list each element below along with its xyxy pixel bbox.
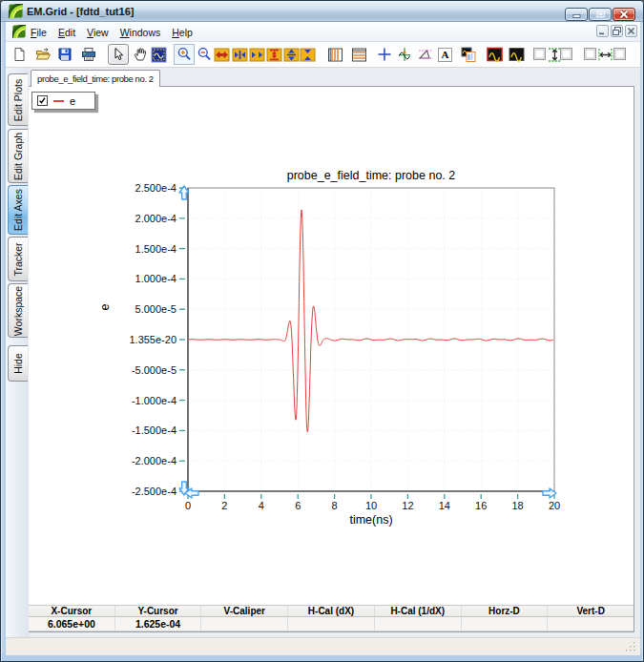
sidebar-tab-edit-graph[interactable]: Edit Graph [8,129,28,183]
cursor-table-header: Y-Cursor [115,605,202,617]
menu-view[interactable]: View [81,25,114,40]
sidebar-tab-label: Tracker [12,242,24,276]
mdi-close-icon [627,27,635,35]
sidebar-tab-edit-plots[interactable]: Edit Plots [8,73,28,126]
x-tick-label: 20 [549,500,560,511]
chart[interactable]: 2.500e-42.000e-41.500e-41.000e-45.000e-5… [29,87,634,602]
legend-line-swatch [53,100,64,102]
x-tick-label: 18 [511,500,523,511]
x-tick-label: 14 [439,500,450,511]
x-tick-label: 10 [365,500,377,511]
tracker-button[interactable] [394,44,415,65]
document-tab-bar: probe_e_field_time: probe no. 2 [29,68,640,86]
series-e-line[interactable] [188,210,553,432]
menu-bar: FileEditViewWindowsHelp [6,22,640,42]
sidebar-tab-label: Edit Axes [12,189,24,231]
vertical-grid-icon [327,47,343,63]
sidebar-tab-label: Workspace [12,285,24,335]
restore-icon [595,10,606,19]
y-tick-label: 2.000e-4 [135,213,177,224]
zoom-rect-icon [151,47,167,63]
y-tick-label: 2.500e-4 [135,182,177,194]
sidebar-tab-tracker[interactable]: Tracker [8,237,28,281]
print-icon [81,47,97,63]
sidebar-tab-edit-axes[interactable]: Edit Axes [8,185,28,235]
menu-file[interactable]: File [25,25,52,40]
cursor-readout-table: X-CursorY-CursorV-CaliperH-Cal (dX)H-Cal… [29,605,634,631]
select-pointer-button[interactable] [108,44,129,65]
zoom-out-icon [197,47,213,63]
y-tick-label: -2.500e-4 [132,486,177,497]
x-tick-label: 4 [259,500,264,511]
copy-plot-button[interactable] [458,44,479,65]
checkbox-icon [613,47,629,63]
zoom-in-button[interactable] [174,44,195,65]
app-icon [9,4,23,18]
close-button[interactable] [613,8,635,21]
sidebar-tab-label: Hide [12,353,24,374]
y-tick-label: 1.500e-4 [135,243,177,255]
status-bar [6,637,640,655]
x-tick-label: 2 [221,500,227,511]
svg-text:A: A [441,49,448,60]
open-folder-icon [35,47,52,63]
cursor-table-value [548,617,634,631]
dark-plot-red-icon [487,47,503,63]
mdi-minimize-button[interactable] [596,25,609,37]
window-title: EM.Grid - [fdtd_tut16] [27,6,134,17]
sidebar-tab-workspace[interactable]: Workspace [8,283,28,338]
minimize-icon [571,10,582,19]
close-icon [618,10,630,19]
tab-probe-e-field-time[interactable]: probe_e_field_time: probe no. 2 [31,70,160,87]
dark-plot-button[interactable] [484,44,505,65]
checkmark-icon [38,96,47,106]
pan-hand-icon [133,47,149,63]
sidebar-tab-label: Edit Graph [12,132,24,179]
mdi-restore-button[interactable] [611,25,623,37]
chart-title: probe_e_field_time: probe no. 2 [287,169,456,182]
sidebar-tab-hide[interactable]: Hide [8,345,28,382]
x-tick-label: 6 [295,500,301,511]
dark-plot-icon [509,47,525,63]
cursor-table-header: Vert-D [548,605,634,617]
dark-plot-alt-button[interactable] [506,44,527,65]
shrink-x-icon [232,47,248,63]
zoom-rect-button[interactable] [148,44,169,65]
title-bar[interactable]: EM.Grid - [fdtd_tut16] [1,1,643,22]
slope-caliper-icon [417,47,433,63]
horizontal-grid-button[interactable] [348,44,369,65]
copy-plot-icon [461,47,477,63]
legend-checkbox[interactable] [37,95,48,106]
y-tick-label: 5.000e-5 [135,303,177,315]
y-tick-label: 1.000e-4 [135,273,177,284]
crosshair-button[interactable] [374,44,395,65]
plot-pane: 2.500e-42.000e-41.500e-41.000e-45.000e-5… [29,86,634,632]
compress-y-button[interactable] [297,44,318,65]
v-caliper-right-checkbox[interactable] [556,44,577,65]
resize-grip[interactable] [626,642,637,653]
vertical-grid-button[interactable] [324,44,345,65]
new-button[interactable] [9,44,30,65]
tracker-icon [397,47,413,63]
mdi-close-button[interactable] [625,25,637,37]
legend: e [31,92,95,110]
y-tick-label: 1.355e-20 [129,334,177,345]
maximize-button[interactable] [589,8,612,21]
compress-x-icon [249,47,265,63]
menu-edit[interactable]: Edit [52,25,81,40]
app-window: EM.Grid - [fdtd_tut16] FileEditViewWindo… [0,0,644,662]
h-caliper-right-checkbox[interactable] [610,44,631,65]
text-label-button[interactable]: A [434,44,455,65]
save-button[interactable] [54,44,75,65]
menu-help[interactable]: Help [166,25,198,40]
expand-y-icon [266,47,282,63]
minimize-button[interactable] [565,8,588,21]
open-button[interactable] [32,44,53,65]
sidebar: Edit PlotsEdit GraphEdit AxesTrackerWork… [6,68,29,637]
menu-windows[interactable]: Windows [114,25,167,40]
slope-caliper-button[interactable] [414,44,435,65]
x-axis-label: time(ns) [349,513,392,527]
print-button[interactable] [78,44,99,65]
checkbox-icon [559,47,575,63]
cursor-table-value [462,617,549,631]
